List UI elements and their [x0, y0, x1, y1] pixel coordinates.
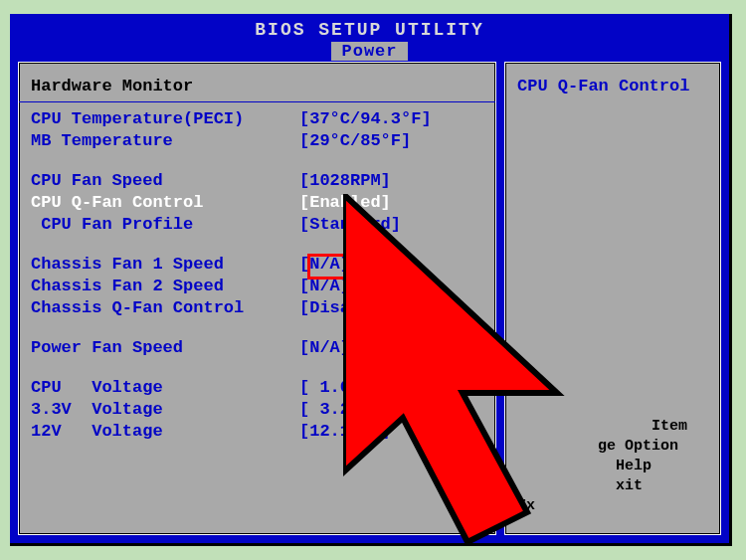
- panel-heading: Hardware Monitor: [31, 77, 483, 95]
- tab-bar: Power: [10, 42, 729, 64]
- setting-row[interactable]: Power Fan Speed[N/A]: [31, 337, 483, 359]
- divider: [19, 101, 495, 102]
- setting-label: 3.3V Voltage: [31, 399, 299, 421]
- setting-row[interactable]: Chassis Q-Fan Control[Disabled]: [31, 297, 483, 319]
- setting-label: CPU Temperature(PECI): [31, 108, 299, 130]
- setting-row[interactable]: MB Temperature[29°C/85°F]: [31, 130, 483, 152]
- setting-value[interactable]: [12.152V]: [299, 421, 391, 443]
- panel-hardware-monitor: Hardware Monitor CPU Temperature(PECI)[3…: [18, 62, 496, 535]
- row-gap: [31, 152, 483, 170]
- setting-label: CPU Voltage: [31, 377, 299, 399]
- setting-row[interactable]: CPU Fan Profile[Standard]: [31, 214, 483, 236]
- tab-power[interactable]: Power: [331, 42, 407, 61]
- setting-row[interactable]: CPU Voltage[ 1.096V]: [31, 377, 483, 399]
- panels: Hardware Monitor CPU Temperature(PECI)[3…: [18, 62, 721, 535]
- setting-value[interactable]: [N/A]: [299, 254, 350, 276]
- setting-label: Power Fan Speed: [31, 337, 299, 359]
- setting-value[interactable]: [1028RPM]: [299, 170, 391, 192]
- setting-label: MB Temperature: [31, 130, 299, 152]
- setting-value[interactable]: [N/A]: [299, 276, 350, 297]
- help-heading: CPU Q-Fan Control: [517, 77, 708, 95]
- setting-value[interactable]: [37°C/94.3°F]: [299, 108, 432, 130]
- setting-value[interactable]: [ 3.296V]: [299, 399, 391, 421]
- setting-label: CPU Fan Profile: [31, 214, 299, 236]
- row-gap: [31, 319, 483, 337]
- bios-window: BIOS SETUP UTILITY Power Hardware Monito…: [10, 14, 732, 546]
- setting-row[interactable]: Chassis Fan 2 Speed[N/A]: [31, 276, 483, 297]
- setting-value[interactable]: [Disabled]: [299, 297, 401, 319]
- setting-row[interactable]: 12V Voltage[12.152V]: [31, 421, 483, 443]
- row-gap: [31, 236, 483, 254]
- setting-value[interactable]: [N/A]: [299, 337, 350, 359]
- setting-row[interactable]: CPU Fan Speed[1028RPM]: [31, 170, 483, 192]
- settings-list: CPU Temperature(PECI)[37°C/94.3°F]MB Tem…: [31, 108, 483, 443]
- help-text: Item ge Option Help xit Ex: [517, 417, 708, 516]
- setting-label: Chassis Fan 2 Speed: [31, 276, 299, 297]
- setting-value[interactable]: [Enabled]: [299, 192, 391, 214]
- setting-label: CPU Fan Speed: [31, 170, 299, 192]
- setting-row[interactable]: Chassis Fan 1 Speed[N/A]: [31, 254, 483, 276]
- setting-value[interactable]: [29°C/85°F]: [299, 130, 411, 152]
- setting-label: 12V Voltage: [31, 421, 299, 443]
- setting-row[interactable]: CPU Q-Fan Control[Enabled]: [31, 192, 483, 214]
- setting-value[interactable]: [Standard]: [299, 214, 401, 236]
- setting-row[interactable]: 3.3V Voltage[ 3.296V]: [31, 399, 483, 421]
- setting-label: CPU Q-Fan Control: [31, 192, 299, 214]
- setting-value[interactable]: [ 1.096V]: [299, 377, 391, 399]
- setting-label: Chassis Q-Fan Control: [31, 297, 299, 319]
- window-title: BIOS SETUP UTILITY: [10, 14, 729, 42]
- row-gap: [31, 359, 483, 377]
- setting-label: Chassis Fan 1 Speed: [31, 254, 299, 276]
- setting-row[interactable]: CPU Temperature(PECI)[37°C/94.3°F]: [31, 108, 483, 130]
- panel-help: CPU Q-Fan Control Item ge Option Help xi…: [504, 62, 721, 535]
